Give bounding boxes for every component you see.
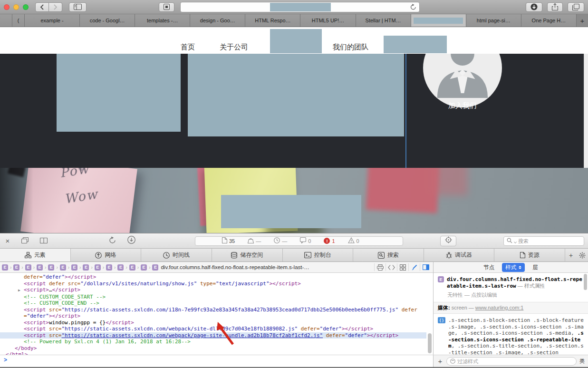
style-rules[interactable]: E div.four.columns.half-fixed.no-float.s…	[434, 273, 588, 355]
disclosure-triangle-icon[interactable]: ▶	[18, 287, 24, 294]
code-line[interactable]: <!-- CUSTOM_CODE_START -->	[0, 294, 426, 300]
quick-console[interactable]: >	[0, 355, 434, 367]
zoom-window-button[interactable]	[23, 4, 29, 10]
show-source-button[interactable]	[386, 263, 397, 271]
code-line[interactable]: ▶<script>…</script>	[0, 287, 426, 294]
code-line[interactable]: defer="defer"></script>	[0, 274, 426, 281]
browser-tab[interactable]: HTML Respo…	[245, 14, 300, 27]
resource-link[interactable]: "https://static-assets.sxlcdn.com/webpac…	[61, 332, 323, 339]
element-crumb-badge[interactable]: E	[60, 264, 66, 271]
browser-tab[interactable]	[0, 14, 12, 27]
element-crumb-badge[interactable]: E	[106, 264, 112, 271]
warning-count[interactable]: 0	[348, 237, 359, 244]
inspector-tab-timelines[interactable]: 时间线	[141, 249, 212, 261]
download-webarchive-button[interactable]	[124, 236, 139, 246]
minimize-window-button[interactable]	[13, 4, 19, 10]
downloads-button[interactable]	[526, 2, 542, 12]
new-tab-button[interactable]: +	[577, 14, 588, 27]
browser-tab[interactable]: templates -…	[135, 14, 190, 27]
element-picker-button[interactable]	[440, 236, 456, 246]
inspector-tab-search[interactable]: 搜索	[353, 249, 424, 261]
tab-styles[interactable]: 样式	[502, 263, 525, 272]
element-crumb-badge[interactable]: E	[117, 264, 124, 271]
forward-button[interactable]	[49, 2, 62, 12]
empty-rule-note[interactable]: 无特性 — 点按以编辑	[447, 291, 584, 299]
inline-style-selector[interactable]: div.four.columns.half-fixed.no-float.s-r…	[447, 276, 584, 289]
code-scrollbar[interactable]	[428, 333, 432, 353]
sidebar-toggle-button[interactable]	[69, 2, 87, 12]
tab-overview-button[interactable]	[568, 2, 584, 12]
close-inspector-button[interactable]: ×	[4, 237, 11, 245]
filter-styles-field[interactable]	[446, 357, 577, 366]
code-line[interactable]: <script defer src="/dollars/v1/sites/nat…	[0, 281, 426, 287]
inspector-tab-debugger[interactable]: 调试器	[424, 249, 495, 261]
print-styles-button[interactable]	[374, 263, 386, 271]
search-input[interactable]	[518, 238, 581, 244]
inspector-tab-elements[interactable]: 元素	[0, 249, 71, 261]
code-line[interactable]: <script src="https://static-assets.sxlcd…	[0, 332, 426, 339]
join-us-link[interactable]: 加入我们	[423, 101, 502, 110]
element-crumb-badge[interactable]: E	[141, 264, 147, 271]
inspector-tab-resources[interactable]: 资源	[494, 249, 565, 261]
frontmost-tab-button[interactable]	[159, 2, 174, 12]
page-weight[interactable]: —	[248, 238, 261, 244]
sidebar-scrollbar[interactable]	[584, 274, 587, 290]
tab-node[interactable]: 节点	[483, 264, 494, 271]
browser-tab[interactable]: design - Goo…	[190, 14, 245, 27]
close-window-button[interactable]	[4, 4, 10, 10]
error-count[interactable]: ! 1	[324, 238, 335, 244]
element-crumb-badge[interactable]: E	[95, 264, 101, 271]
reload-page-button[interactable]	[105, 236, 120, 246]
add-inspector-tab-button[interactable]: +	[565, 249, 577, 261]
inspector-tab-storage[interactable]: 储存空间	[212, 249, 283, 261]
element-crumb-badge[interactable]: E	[25, 264, 31, 271]
element-crumb-badge[interactable]: E	[83, 264, 89, 271]
code-line[interactable]: <!-- CUSTOM_CODE_END -->	[0, 300, 426, 307]
browser-tab[interactable]: HTML5 UP!…	[300, 14, 356, 27]
filter-styles-input[interactable]	[457, 358, 573, 364]
inspector-search-field[interactable]	[503, 236, 584, 246]
element-highlight-button[interactable]	[408, 263, 420, 271]
element-crumb-badge[interactable]: E	[37, 264, 43, 271]
browser-tab[interactable]	[411, 14, 466, 27]
inspector-tab-network[interactable]: 网络	[71, 249, 142, 261]
class-toggle-button[interactable]: 类	[579, 358, 585, 365]
resource-count[interactable]: 35	[222, 237, 235, 244]
browser-tab[interactable]: Stellar | HTM…	[356, 14, 411, 27]
dock-side-button[interactable]	[36, 236, 51, 246]
code-line[interactable]: <script>window.pingpp = {}</script>	[0, 320, 426, 326]
page-scrollbar[interactable]	[584, 54, 588, 168]
element-crumb-badge[interactable]: E	[71, 264, 77, 271]
load-time[interactable]: —	[274, 237, 287, 244]
browser-tab[interactable]: example -	[25, 14, 80, 27]
address-bar[interactable]	[180, 2, 420, 12]
nav-link[interactable]: 首页	[181, 43, 195, 52]
back-button[interactable]	[35, 2, 49, 12]
element-crumb-badge[interactable]: E	[48, 264, 54, 271]
browser-tab[interactable]: (	[12, 14, 25, 27]
share-button[interactable]	[547, 2, 563, 12]
browser-tab[interactable]: One Page H…	[521, 14, 577, 27]
code-line[interactable]: </html>	[0, 351, 426, 355]
nav-link[interactable]: 关于公司	[220, 43, 248, 52]
dock-window-button[interactable]	[17, 236, 32, 246]
reload-icon[interactable]	[410, 4, 416, 12]
code-line[interactable]: <script src="https://static-assets.sxlcd…	[0, 326, 426, 332]
element-crumb-badge[interactable]: E	[2, 264, 8, 271]
element-crumb-badge[interactable]: E	[129, 264, 135, 271]
element-crumb-badge[interactable]: E	[13, 264, 19, 271]
code-line[interactable]: <!-- Powered by Sxl.cn 4 (1) Jan 16, 201…	[0, 339, 426, 345]
log-count[interactable]: 0	[300, 237, 311, 244]
dom-tree-view[interactable]: defer="defer"></script><script defer src…	[0, 273, 433, 355]
gear-icon[interactable]	[577, 249, 588, 261]
grid-overlay-button[interactable]	[397, 263, 408, 271]
tab-layers[interactable]: 层	[532, 264, 538, 271]
element-crumb-badge[interactable]: E	[152, 264, 158, 271]
code-line[interactable]: </body>	[0, 345, 426, 352]
browser-tab[interactable]: html page-si…	[466, 14, 521, 27]
add-rule-button[interactable]: +	[437, 357, 443, 365]
stylesheet-link[interactable]: www.naturling.com:1	[475, 305, 524, 310]
split-console-button[interactable]	[420, 263, 431, 271]
inspector-tab-console[interactable]: 控制台	[283, 249, 354, 261]
nav-link[interactable]: 我们的团队	[333, 43, 368, 52]
